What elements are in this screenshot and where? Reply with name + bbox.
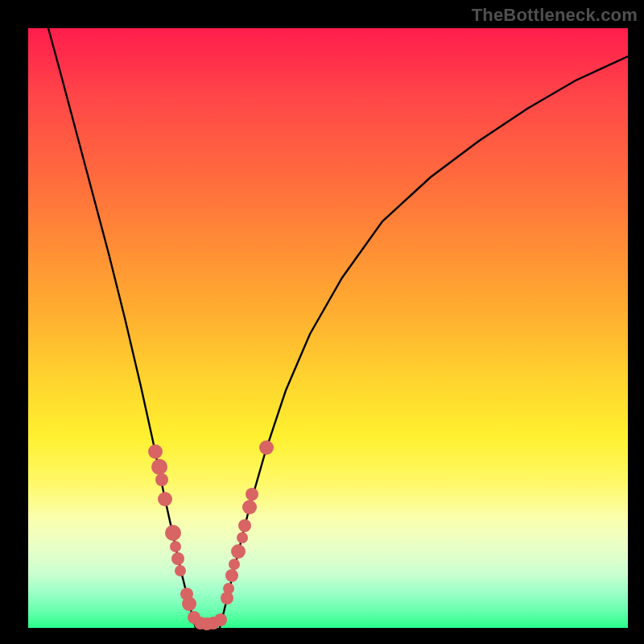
highlight-dot: [225, 569, 238, 582]
highlight-dot: [214, 613, 227, 626]
highlight-dot: [246, 488, 258, 501]
chart-frame: TheBottleneck.com: [0, 0, 644, 644]
curve-layer: [48, 28, 628, 628]
highlight-dot: [231, 544, 246, 559]
branding-watermark: TheBottleneck.com: [472, 5, 638, 26]
highlight-dot: [158, 492, 172, 506]
highlight-dot: [223, 583, 234, 594]
highlight-dot: [182, 597, 196, 611]
highlight-dot: [155, 473, 168, 486]
highlight-dot: [165, 525, 181, 541]
highlight-dot: [151, 459, 167, 475]
highlight-dot: [171, 552, 184, 565]
highlight-dot: [242, 500, 257, 514]
highlight-dot: [238, 519, 251, 532]
curve-right-branch: [220, 56, 628, 628]
highlight-dot: [229, 559, 240, 570]
highlight-dot: [237, 532, 248, 543]
highlight-dots: [148, 440, 274, 630]
highlight-dot: [170, 541, 181, 552]
highlight-dot: [175, 565, 186, 576]
bottleneck-curve-svg: [28, 28, 628, 628]
highlight-dot: [259, 440, 274, 455]
highlight-dot: [148, 444, 163, 459]
